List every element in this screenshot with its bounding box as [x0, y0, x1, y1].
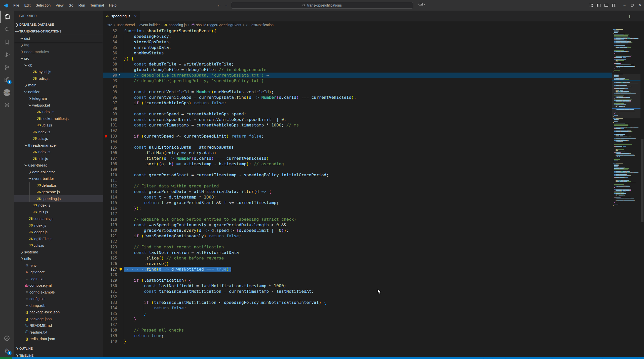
code-line-94[interactable]: 94 [103, 84, 612, 89]
gutter[interactable]: 127 [103, 267, 124, 272]
gutter[interactable]: 137 [103, 322, 124, 328]
copilot-menu[interactable]: ▾ [418, 2, 425, 6]
tree-item-redis.js[interactable]: JSredis.js [14, 75, 103, 82]
breadcrumb-item-src[interactable]: src [107, 23, 112, 27]
tree-item-package-lock.json[interactable]: {}package-lock.json [14, 309, 103, 316]
gutter[interactable]: 134 [103, 305, 124, 311]
tree-item-speeding.js[interactable]: JSspeeding.js [14, 195, 103, 202]
code-line-135[interactable]: 135 } [103, 311, 612, 316]
gutter[interactable]: 117 [103, 211, 124, 217]
tree-item-websocket[interactable]: ❯websocket [14, 102, 103, 109]
code-line-126[interactable]: 126 .reverse() [103, 261, 612, 267]
tree-item-index.js[interactable]: JSindex.js [14, 149, 103, 155]
tree-item-index.js[interactable]: JSindex.js [14, 222, 103, 229]
code-line-99[interactable]: 99 const currentSpeed = currentVehicleGp… [103, 111, 612, 117]
menu-run[interactable]: Run [76, 0, 88, 11]
tree-item-config.example[interactable]: ≡config.example [14, 289, 103, 296]
code-line-134[interactable]: 134 return false; [103, 305, 612, 311]
status-indentation[interactable]: Spaces: 4 [556, 357, 576, 359]
code-line-119[interactable]: 119 const wasSpeedingContinuously = grac… [103, 222, 612, 228]
gutter[interactable]: 128 [103, 272, 124, 278]
section-outline[interactable]: ❯ OUTLINE [14, 345, 103, 352]
gutter[interactable]: 85 [103, 45, 124, 50]
code-line-95[interactable]: 95 const currentVehicleId = Number(oneNe… [103, 89, 612, 95]
gutter[interactable]: 118 [103, 217, 124, 222]
gutter[interactable]: 113 [103, 189, 124, 194]
tree-item-default.js[interactable]: JSdefault.js [14, 182, 103, 189]
code-line-125[interactable]: 125 .slice() // clone before reverse [103, 255, 612, 261]
tree-item-utils.js[interactable]: JSutils.js [14, 242, 103, 249]
customize-layout-icon[interactable] [587, 0, 595, 11]
code-line-111[interactable]: 111 [103, 178, 612, 183]
gutter[interactable]: 98 [103, 106, 124, 111]
toggle-panel-icon[interactable] [602, 0, 610, 11]
code-line-113[interactable]: 113 const gracePeriodData = allHistorica… [103, 189, 612, 194]
code-line-130[interactable]: 130 const lastNotifiedAt = lastNotificat… [103, 283, 612, 289]
gutter[interactable]: 84 [103, 39, 124, 45]
layers-icon[interactable] [0, 99, 14, 111]
editor-more-actions-icon[interactable]: ⋯ [636, 14, 640, 18]
code-line-133[interactable]: 133 if (timeSinceLastNotification < spee… [103, 300, 612, 305]
minimize-icon[interactable]: – [621, 0, 628, 11]
gutter[interactable]: 102 [103, 128, 124, 134]
bookmarks-icon[interactable] [0, 36, 14, 48]
gutter[interactable]: 123 [103, 244, 124, 250]
tree-item-.login.txt[interactable]: ≡.login.txt [14, 275, 103, 282]
tree-item-user-thread[interactable]: ❯user-thread [14, 162, 103, 169]
tree-item-systemd[interactable]: ❯systemd [14, 249, 103, 255]
fold-chevron-icon[interactable]: ❯ [119, 73, 121, 78]
gutter[interactable]: 93 [103, 78, 124, 84]
code-line-137[interactable]: 137 [103, 322, 612, 328]
gutter[interactable]: 105 [103, 145, 124, 150]
tree-item-notifier[interactable]: ❯notifier [14, 88, 103, 95]
tree-item-.gitignore[interactable]: ◆.gitignore [14, 269, 103, 276]
gutter[interactable]: 99 [103, 111, 124, 117]
toggle-sidebar-icon[interactable] [595, 0, 602, 11]
scrollbar-thumb[interactable] [641, 139, 643, 222]
code-line-116[interactable]: 116 }); [103, 206, 612, 211]
settings-gear-icon[interactable]: ⚙ 1 [0, 344, 14, 357]
code-line-123[interactable]: 123 // Find the most recent notification [103, 244, 612, 250]
status-blame[interactable]: Admin (5 days ago) [469, 357, 509, 359]
gutter[interactable]: 124 [103, 250, 124, 255]
status-launch[interactable]: ▷Launch bot ('trans-gps-notifications') [74, 357, 139, 359]
gutter[interactable]: 100 [103, 117, 124, 122]
code-line-85[interactable]: 85 currentGpsData, [103, 45, 612, 50]
code-line-138[interactable]: 138 // Passed all checks [103, 328, 612, 333]
tree-item-mysql.js[interactable]: JSmysql.js [14, 69, 103, 75]
gutter[interactable]: 138 [103, 328, 124, 333]
gutter[interactable]: 119 [103, 222, 124, 228]
menu-help[interactable]: Help [106, 0, 119, 11]
explorer-icon[interactable] [0, 11, 14, 23]
gutter[interactable]: 96 [103, 95, 124, 100]
code-line-93[interactable]: 93 // debugToFile(speedingPolicy, 'speed… [103, 78, 612, 84]
code-line-122[interactable]: 122 [103, 239, 612, 244]
code-line-120[interactable]: 120 gracePeriodData.every(d => d.speed >… [103, 228, 612, 233]
menu-view[interactable]: View [53, 0, 66, 11]
tree-item-telegram[interactable]: ❯telegram [14, 95, 103, 102]
gutter[interactable]: 112 [103, 183, 124, 189]
code-line-104[interactable]: 104 [103, 139, 612, 145]
gutter[interactable]: 136 [103, 316, 124, 322]
source-control-icon[interactable] [0, 61, 14, 74]
remote-indicator[interactable] [0, 357, 12, 359]
tree-item-compose.yml[interactable]: compose.yml [14, 282, 103, 289]
tree-item-constants.js[interactable]: JSconstants.js [14, 215, 103, 222]
gutter[interactable]: 116 [103, 206, 124, 211]
status-encoding[interactable]: UTF-8 [576, 357, 590, 359]
code-line-97[interactable]: 97 if (!currentVehicleGps) return false; [103, 100, 612, 106]
section-database[interactable]: ❯ DATABASE: DATABASE [14, 21, 103, 28]
tree-item-dump.rdb[interactable]: ≡dump.rdb [14, 302, 103, 309]
breadcrumb-item-user-thread[interactable]: user-thread [117, 23, 135, 27]
gutter[interactable]: 83 [103, 34, 124, 39]
tree-item-README.md[interactable]: ⓘREADME.md [14, 322, 103, 329]
code-line-103[interactable]: 103 if (currentSpeed <= currentSpeedLimi… [103, 134, 612, 139]
gutter[interactable]: 101 [103, 122, 124, 128]
gutter[interactable]: 109 [103, 167, 124, 172]
status-go-live[interactable]: ◎ Go Live [623, 357, 644, 359]
code-line-112[interactable]: 112 // Filter data within grace period [103, 183, 612, 189]
tree-item-index.js[interactable]: JSindex.js [14, 202, 103, 209]
tree-item-package.json[interactable]: {}package.json [14, 315, 103, 322]
status-problems[interactable]: ⊗ 0 ⚠ 0 [57, 357, 74, 359]
explorer-actions-icon[interactable]: ⋯ [95, 14, 99, 18]
